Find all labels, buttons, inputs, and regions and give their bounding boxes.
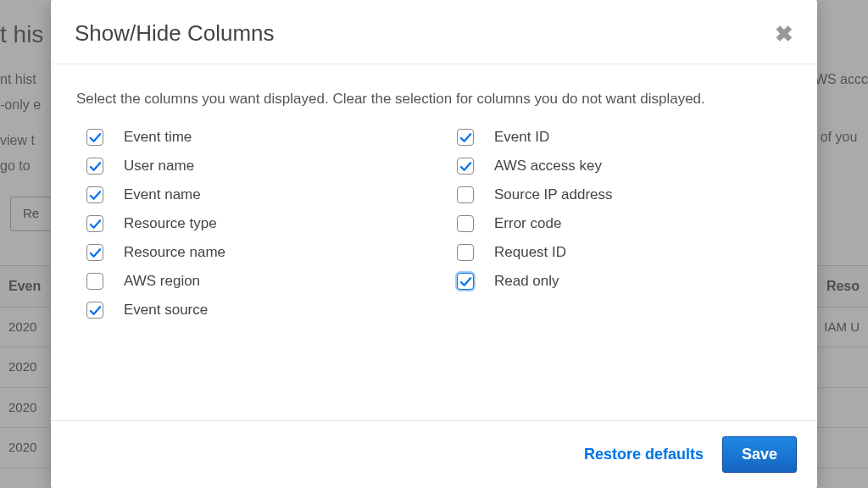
checkbox-row: AWS region: [76, 273, 421, 290]
checkbox-row: Event source: [76, 302, 421, 319]
column-checkbox[interactable]: [457, 273, 474, 290]
checkbox-row: Source IP address: [447, 186, 792, 203]
column-checkbox[interactable]: [457, 215, 474, 232]
checkbox-row: Event ID: [447, 129, 792, 146]
checkbox-row: AWS access key: [447, 158, 792, 175]
checkbox-label: Event name: [124, 186, 201, 203]
checkbox-label: User name: [124, 158, 194, 175]
column-checkbox[interactable]: [86, 186, 103, 203]
checkbox-label: Event time: [124, 129, 192, 146]
column-checkbox[interactable]: [86, 302, 103, 319]
column-checkbox[interactable]: [86, 244, 103, 261]
column-checkbox[interactable]: [86, 273, 103, 290]
save-button[interactable]: Save: [722, 436, 797, 473]
checkbox-row: Request ID: [447, 244, 792, 261]
checkbox-label: AWS region: [124, 273, 200, 290]
checkbox-label: Resource name: [124, 244, 225, 261]
column-checkbox[interactable]: [457, 244, 474, 261]
modal-title: Show/Hide Columns: [75, 20, 275, 47]
restore-defaults-link[interactable]: Restore defaults: [584, 446, 704, 463]
checkbox-label: AWS access key: [494, 158, 602, 175]
modal-body: Select the columns you want displayed. C…: [51, 64, 817, 420]
checkbox-label: Source IP address: [494, 186, 613, 203]
column-checkbox[interactable]: [457, 158, 474, 175]
checkbox-label: Event source: [124, 302, 208, 319]
modal-header: Show/Hide Columns ✖: [51, 0, 817, 64]
checkbox-row: Event name: [76, 186, 421, 203]
checkbox-row: Resource name: [76, 244, 421, 261]
checkbox-label: Request ID: [494, 244, 566, 261]
modal-description: Select the columns you want displayed. C…: [76, 88, 792, 110]
column-checkbox[interactable]: [457, 129, 474, 146]
checkbox-label: Error code: [494, 215, 561, 232]
checkbox-row: Read only: [447, 273, 792, 290]
checkbox-row: Resource type: [76, 215, 421, 232]
checkbox-row: Error code: [447, 215, 792, 232]
checkbox-columns: Event timeUser nameEvent nameResource ty…: [76, 129, 792, 330]
checkbox-row: Event time: [76, 129, 421, 146]
modal-footer: Restore defaults Save: [51, 420, 817, 488]
close-icon[interactable]: ✖: [775, 23, 793, 45]
show-hide-columns-modal: Show/Hide Columns ✖ Select the columns y…: [51, 0, 817, 488]
checkbox-col-right: Event IDAWS access keySource IP addressE…: [447, 129, 792, 330]
checkbox-label: Event ID: [494, 129, 549, 146]
checkbox-row: User name: [76, 158, 421, 175]
checkbox-label: Read only: [494, 273, 559, 290]
column-checkbox[interactable]: [86, 215, 103, 232]
checkbox-label: Resource type: [124, 215, 217, 232]
column-checkbox[interactable]: [457, 186, 474, 203]
column-checkbox[interactable]: [86, 158, 103, 175]
column-checkbox[interactable]: [86, 129, 103, 146]
checkbox-col-left: Event timeUser nameEvent nameResource ty…: [76, 129, 421, 330]
